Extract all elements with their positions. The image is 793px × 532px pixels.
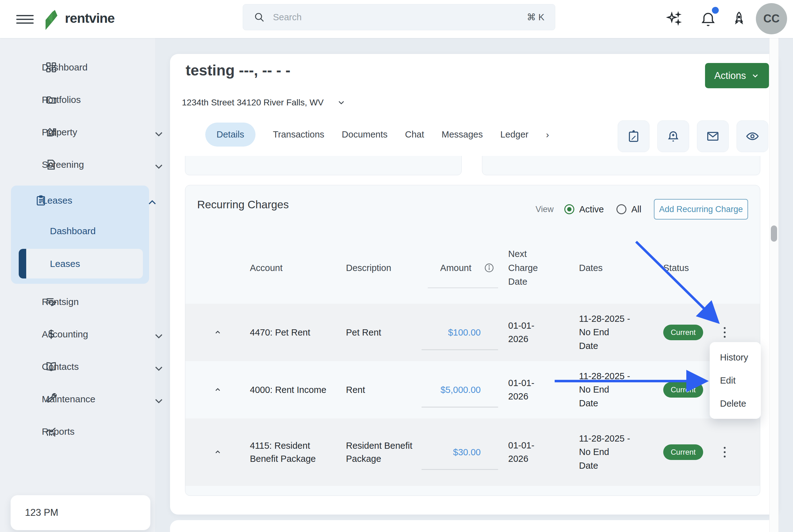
status-badge: Current [663, 444, 703, 460]
hamburger-menu-icon[interactable] [16, 13, 34, 25]
menu-item-edit[interactable]: Edit [710, 369, 761, 392]
wrench-icon [22, 393, 35, 405]
column-header-amount: Amount [440, 263, 481, 273]
status-badge: Current [663, 325, 703, 340]
quick-action-buttons [618, 120, 768, 152]
radio-all[interactable] [617, 204, 626, 214]
time-card: 123 PM [11, 495, 150, 530]
chevron-down-icon [130, 362, 139, 371]
bell-add-button[interactable] [657, 120, 689, 152]
radio-active[interactable] [564, 204, 574, 214]
view-label: View [536, 205, 554, 214]
time-label: 123 PM [25, 507, 58, 518]
radio-active-label[interactable]: Active [579, 204, 604, 214]
vertical-scrollbar-track[interactable] [769, 38, 779, 532]
tab-messages[interactable]: Messages [442, 122, 483, 147]
amount-link[interactable]: $30.00 [434, 447, 481, 457]
account-cell: 4470: Pet Rent [250, 326, 346, 339]
tab-chat[interactable]: Chat [405, 122, 424, 147]
sidebar-subitem-label: Dashboard [50, 226, 96, 236]
avatar[interactable]: CC [756, 3, 787, 34]
tab-bar: Details Transactions Documents Chat Mess… [205, 122, 549, 147]
notification-badge [712, 7, 719, 14]
menu-item-history[interactable]: History [710, 346, 761, 369]
vertical-scrollbar-thumb[interactable] [771, 226, 777, 242]
sparkles-icon[interactable] [666, 11, 683, 27]
column-header-dates: Dates [569, 263, 651, 273]
sidebar-item-accounting[interactable]: Accounting [0, 325, 155, 343]
document-search-icon [22, 158, 35, 171]
sidebar-item-property[interactable]: Property [0, 123, 155, 141]
actions-button[interactable]: Actions [705, 63, 769, 88]
clipboard-edit-icon [626, 129, 641, 144]
amount-link[interactable]: $5,000.00 [434, 385, 481, 395]
row-collapse-caret[interactable] [185, 448, 250, 457]
tab-ledger[interactable]: Ledger [501, 122, 528, 147]
menu-item-delete[interactable]: Delete [710, 392, 761, 415]
row-kebab-menu-icon[interactable] [722, 445, 728, 459]
next-charge-date-cell: 01-01-2026 [498, 439, 547, 466]
description-cell: Pet Rent [346, 326, 434, 339]
sidebar-item-rentsign[interactable]: Rentsign [0, 293, 155, 311]
column-header-description: Description [346, 263, 434, 273]
global-search[interactable]: ⌘ K [243, 4, 555, 30]
clipboard-edit-button[interactable] [618, 120, 649, 152]
sidebar-item-maintenance[interactable]: Maintenance [0, 390, 155, 408]
app-window: rentvine ⌘ K [0, 0, 793, 532]
column-header-status: Status [651, 263, 720, 273]
account-cell: 4000: Rent Income [250, 383, 346, 396]
avatar-initials: CC [763, 12, 779, 25]
tabs-overflow-chevron[interactable]: › [546, 129, 549, 140]
row-collapse-caret[interactable] [185, 328, 250, 337]
dates-cell: 11-28-2025 - No End Date [569, 312, 630, 353]
amount-link[interactable]: $100.00 [434, 327, 481, 338]
recurring-charges-title: Recurring Charges [197, 198, 289, 211]
brand-logo[interactable]: rentvine [43, 6, 114, 30]
page-title: testing ---, -- - - [186, 62, 290, 79]
mail-button[interactable] [697, 120, 729, 152]
dates-cell: 11-28-2025 - No End Date [569, 369, 630, 411]
tab-details[interactable]: Details [205, 122, 256, 147]
recurring-charges-panel: Recurring Charges View Active All Add Re… [185, 185, 760, 496]
address-selector[interactable]: 1234th Street 34120 River Falls, WV [182, 98, 346, 108]
dates-cell: 11-28-2025 - No End Date [569, 432, 630, 473]
amount-column-underline [421, 407, 498, 407]
envelope-icon [706, 129, 720, 144]
chevron-down-icon [130, 330, 139, 339]
sidebar-item-leases[interactable]: Leases [11, 191, 149, 210]
recurring-view-controls: View Active All Add Recurring Charge [536, 199, 748, 220]
add-recurring-charge-button[interactable]: Add Recurring Charge [654, 199, 748, 220]
tab-documents[interactable]: Documents [342, 122, 388, 147]
table-header-row: Account Description Amount Next Charge D… [185, 232, 760, 304]
clipboard-icon [23, 194, 35, 207]
column-header-next-charge-date: Next Charge Date [498, 247, 558, 289]
sidebar-item-label: Reports [42, 426, 75, 437]
column-header-account: Account [250, 263, 346, 273]
row-collapse-caret[interactable] [185, 385, 250, 395]
description-cell: Resident Benefit Package [346, 439, 434, 465]
radio-all-label[interactable]: All [631, 204, 641, 214]
sidebar-subitem-leases-selected[interactable]: Leases [19, 249, 143, 279]
search-shortcut: ⌘ K [527, 12, 544, 22]
search-input[interactable] [272, 12, 520, 23]
sidebar-item-dashboard[interactable]: Dashboard [0, 58, 155, 76]
sidebar-group-leases: Leases Dashboard Leases [11, 186, 149, 284]
active-indicator-bar [19, 249, 26, 279]
amount-info-icon[interactable] [481, 263, 498, 273]
sidebar-item-label: Maintenance [42, 394, 95, 404]
sidebar-subitem-dashboard[interactable]: Dashboard [11, 222, 149, 240]
status-badge: Current [663, 382, 703, 398]
dollar-icon [22, 328, 35, 341]
sidebar-item-portfolios[interactable]: Portfolios [0, 91, 155, 109]
row-kebab-menu-icon[interactable] [722, 325, 728, 340]
table-row: 4115: Resident Benefit Package Resident … [185, 418, 760, 486]
sidebar-item-contacts[interactable]: Contacts [0, 358, 155, 376]
chevron-down-icon [130, 128, 139, 137]
chevron-down-icon [751, 71, 760, 80]
sidebar-item-screening[interactable]: Screening [0, 156, 155, 174]
rocket-icon[interactable] [731, 11, 747, 27]
sidebar-item-reports[interactable]: Reports [0, 422, 155, 441]
tab-transactions[interactable]: Transactions [273, 122, 324, 147]
search-icon [253, 12, 265, 23]
watch-button[interactable] [737, 120, 768, 152]
